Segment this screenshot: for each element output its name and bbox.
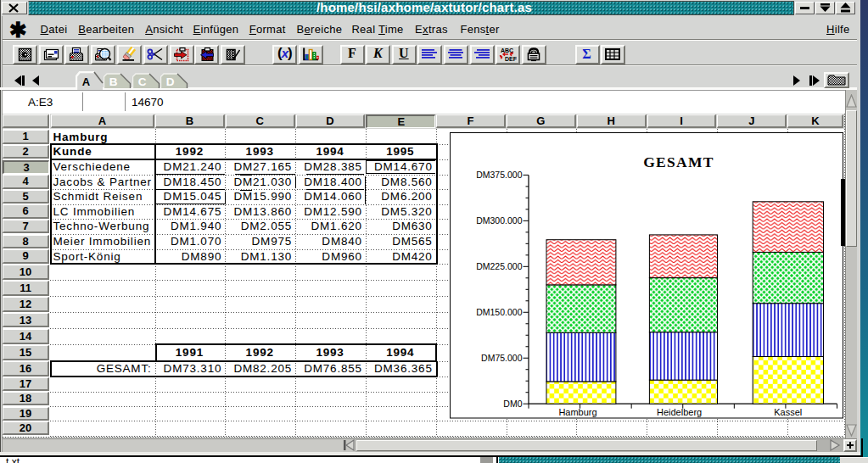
svg-text:DEF: DEF — [505, 56, 517, 62]
svg-text:D: D — [166, 75, 175, 88]
svg-text:A: A — [81, 75, 90, 88]
svg-text:B: B — [109, 75, 118, 88]
svg-text:Hamburg: Hamburg — [558, 407, 596, 417]
svg-text:GESAMT: GESAMT — [643, 153, 714, 170]
svg-text:Heidelberg: Heidelberg — [657, 407, 702, 417]
svg-text:DM225.000: DM225.000 — [476, 261, 522, 271]
svg-text:ABC: ABC — [501, 47, 513, 53]
svg-text:DM300.000: DM300.000 — [476, 215, 522, 226]
svg-text:DM75.000: DM75.000 — [481, 353, 523, 363]
svg-text:DM375.000: DM375.000 — [476, 170, 522, 180]
svg-text:DM0: DM0 — [503, 399, 522, 409]
svg-text:C: C — [137, 75, 146, 88]
svg-text:DM150.000: DM150.000 — [476, 307, 522, 317]
svg-text:Kassel: Kassel — [774, 407, 802, 417]
